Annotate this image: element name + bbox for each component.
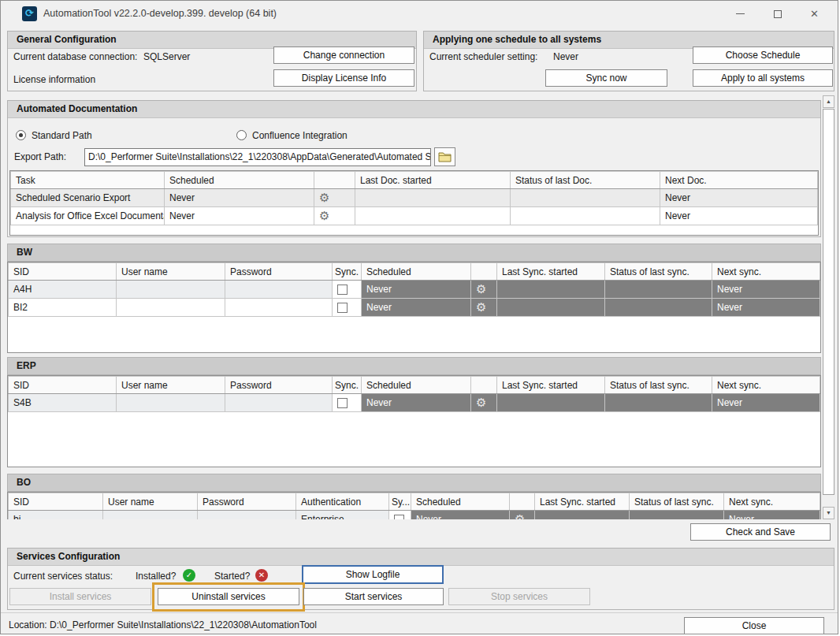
col-last-sync-started[interactable]: Last Sync. started [497,377,605,394]
schedule-settings-cell: ⚙ [314,189,355,207]
col-sid[interactable]: SID [9,493,103,511]
last-doc-started-cell [355,189,511,207]
table-row[interactable]: bi Enterprise Never ⚙ Never [9,511,820,520]
sync-now-button[interactable]: Sync now [545,69,667,87]
table-row[interactable]: BI2 Never ⚙ Never [9,299,820,317]
col-password[interactable]: Password [225,377,333,394]
sync-checkbox[interactable] [337,285,348,295]
col-sid[interactable]: SID [9,263,117,281]
scheduled-cell: Never [362,281,471,299]
standard-path-radio[interactable]: Standard Path [16,130,92,141]
maximize-button[interactable] [759,1,796,27]
scheduler-setting-label: Current scheduler setting: [429,51,537,62]
bw-header-row: SID User name Password Sync. Scheduled L… [9,263,820,281]
user-name-cell[interactable] [103,511,198,520]
change-connection-button[interactable]: Change connection [273,46,414,64]
col-password[interactable]: Password [198,493,296,511]
sync-checkbox[interactable] [337,303,348,313]
col-gear[interactable] [510,493,535,511]
config-scroll-content: Automated Documentation Standard Path Co… [7,95,821,519]
start-services-button[interactable]: Start services [303,588,444,605]
col-user-name[interactable]: User name [117,263,225,281]
table-row[interactable]: Scheduled Scenario Export Never ⚙ Never [11,189,818,207]
started-error-icon: ✕ [255,569,268,582]
status-of-last-sync-cell [605,281,712,299]
col-scheduled[interactable]: Scheduled [411,493,510,511]
gear-icon[interactable]: ⚙ [476,300,486,314]
last-sync-started-cell [535,511,630,520]
table-row[interactable]: S4B Never ⚙ Never [9,394,820,412]
standard-path-label: Standard Path [32,130,92,141]
gear-icon[interactable]: ⚙ [476,396,486,409]
footer-bar: Location: D:\0_Performer Suite\Installat… [1,612,838,634]
scroll-down-button[interactable]: ▼ [823,507,834,519]
gear-icon[interactable]: ⚙ [515,512,525,519]
gear-icon[interactable]: ⚙ [319,209,329,222]
col-scheduled[interactable]: Scheduled [165,172,314,189]
table-row[interactable]: Analysis for Office Excel Documenta... N… [11,207,818,225]
col-last-sync-started[interactable]: Last Sync. started [535,493,630,511]
col-status-of-last-sync[interactable]: Status of last sync. [630,493,724,511]
col-gear[interactable] [471,377,497,394]
gear-icon[interactable]: ⚙ [476,282,486,296]
gear-icon[interactable]: ⚙ [319,191,329,204]
apply-to-all-systems-button[interactable]: Apply to all systems [693,69,833,87]
minimize-button[interactable] [722,1,759,27]
sync-checkbox[interactable] [394,515,404,519]
col-next-sync[interactable]: Next sync. [712,377,820,394]
col-scheduled[interactable]: Scheduled [362,377,471,394]
choose-schedule-button[interactable]: Choose Schedule [693,46,833,64]
col-gear[interactable] [471,263,497,281]
col-authentication[interactable]: Authentication [296,493,389,511]
show-logfile-button[interactable]: Show Logfile [302,565,444,584]
sid-cell: A4H [9,281,117,299]
col-gear[interactable] [314,172,355,189]
authentication-cell[interactable]: Enterprise [296,511,389,520]
col-next-doc[interactable]: Next Doc. [660,172,818,189]
col-sync[interactable]: Sync. [333,263,362,281]
col-user-name[interactable]: User name [117,377,225,394]
scrollbar-thumb[interactable] [823,109,834,495]
close-button[interactable]: Close [684,617,824,634]
col-task[interactable]: Task [11,172,165,189]
password-cell[interactable] [225,281,333,299]
installed-ok-icon: ✓ [183,569,195,582]
password-cell[interactable] [225,394,333,412]
col-sync[interactable]: Sy... [389,493,411,511]
next-doc-cell: Never [660,189,818,207]
col-last-doc-started[interactable]: Last Doc. started [355,172,511,189]
check-and-save-button[interactable]: Check and Save [690,523,831,541]
col-last-sync-started[interactable]: Last Sync. started [497,263,605,281]
user-name-cell[interactable] [117,394,225,412]
col-sid[interactable]: SID [9,377,117,394]
col-sync[interactable]: Sync. [333,377,362,394]
user-name-cell[interactable] [117,281,225,299]
table-row[interactable]: A4H Never ⚙ Never [9,281,820,299]
close-window-button[interactable]: ✕ [796,1,833,27]
col-status-of-last-sync[interactable]: Status of last sync. [605,263,712,281]
col-status-of-last-doc[interactable]: Status of last Doc. [511,172,660,189]
bw-table: SID User name Password Sync. Scheduled L… [8,262,820,317]
scroll-up-button[interactable]: ▲ [823,95,834,108]
sync-checkbox[interactable] [337,398,348,408]
col-user-name[interactable]: User name [103,493,198,511]
col-scheduled[interactable]: Scheduled [362,263,471,281]
col-password[interactable]: Password [225,263,333,281]
browse-folder-button[interactable] [434,147,455,166]
password-cell[interactable] [225,299,333,317]
user-name-cell[interactable] [117,299,225,317]
confluence-integration-radio[interactable]: Confluence Integration [236,130,348,141]
vertical-scrollbar[interactable]: ▲ ▼ [823,95,834,519]
erp-tablebox: SID User name Password Sync. Scheduled L… [7,375,821,467]
app-icon: ⟳ [22,6,37,21]
display-license-info-button[interactable]: Display License Info [273,69,414,87]
automated-doc-table: Task Scheduled Last Doc. started Status … [10,171,818,225]
export-path-input[interactable]: D:\0_Performer Suite\Installations\22_1\… [84,148,431,166]
col-next-sync[interactable]: Next sync. [724,493,820,511]
col-next-sync[interactable]: Next sync. [712,263,820,281]
password-cell[interactable] [198,511,296,520]
next-sync-cell: Never [724,511,820,520]
erp-table: SID User name Password Sync. Scheduled L… [8,376,820,412]
general-configuration-group: General Configuration Current database c… [7,31,417,91]
col-status-of-last-sync[interactable]: Status of last sync. [605,377,712,394]
